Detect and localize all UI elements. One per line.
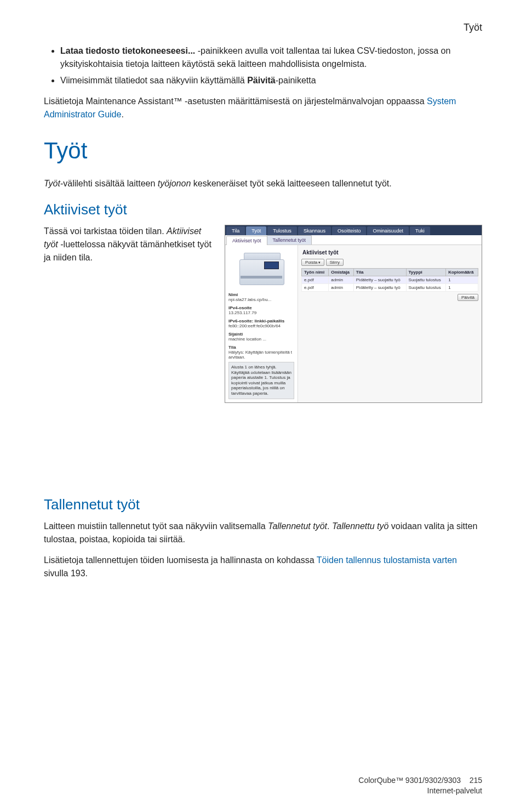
saved-jobs-link[interactable]: Töiden tallennus tulostamista varten <box>317 555 457 565</box>
subsection-active-jobs: Aktiiviset työt <box>44 201 482 218</box>
value-ipv4: 13.253.117.79 <box>228 310 294 315</box>
footer-product: ColorQube™ 9301/9302/9303 <box>358 776 461 785</box>
cell-type: Suojattu tulostus <box>406 276 446 284</box>
text: Lisätietoja Maintenance Assistant™ -aset… <box>44 96 427 106</box>
label-name: Nimi <box>228 292 294 297</box>
footer-page-number: 215 <box>470 776 482 785</box>
cell-state: Pidätetty – suojattu työ <box>353 276 406 284</box>
tab-status[interactable]: Tila <box>226 226 245 235</box>
col-job-name[interactable]: Työn nimi <box>302 269 329 276</box>
status-message-box: Alusta 1 on lähes tyhjä. Käyttäjää odote… <box>228 362 294 399</box>
text: -luettelossa näkyvät tämänhetkiset työt … <box>44 240 211 262</box>
toolbar: Poista▾ Siirry <box>301 259 478 266</box>
italic: Työt <box>44 179 60 188</box>
label-ipv6: IPv6-osoite: linkki-paikallis <box>228 319 294 323</box>
tab-scan[interactable]: Skannaus <box>298 226 331 235</box>
text: sivulla 193. <box>44 569 88 578</box>
tab-addressbook[interactable]: Osoitteisto <box>332 226 367 235</box>
label-state: Tila <box>228 345 294 350</box>
refresh-button[interactable]: Päivitä <box>458 294 478 301</box>
tab-support[interactable]: Tuki <box>410 226 430 235</box>
go-button[interactable]: Siirry <box>326 259 344 266</box>
subtab-saved-jobs[interactable]: Tallennetut työt <box>267 235 312 245</box>
chevron-down-icon: ▾ <box>318 260 321 264</box>
cell-state: Pidätetty – suojattu työ <box>353 284 406 292</box>
col-state[interactable]: Tila <box>353 269 406 276</box>
intro-bullet-list: Lataa tiedosto tietokoneeseesi... -paini… <box>44 44 482 87</box>
main-panel: Aktiiviset työt Poista▾ Siirry Työn nimi… <box>298 245 482 402</box>
text: Laitteen muistiin tallennetut työt saa n… <box>44 521 268 531</box>
saved-jobs-paragraph-1: Laitteen muistiin tallennetut työt saa n… <box>44 520 482 546</box>
cell-type: Suojattu tulostus <box>406 284 446 292</box>
text: -välilehti sisältää laitteen <box>60 179 158 188</box>
page-header-right: Työt <box>44 22 482 33</box>
panel-title: Aktiiviset työt <box>302 249 478 255</box>
footer-section: Internet-palvelut <box>44 786 482 797</box>
bullet-bold: Päivitä <box>247 76 276 85</box>
delete-label: Poista <box>305 260 317 265</box>
value-name: npi-sta27.labs.cp/bu... <box>228 297 294 302</box>
bullet-text-a: Viimeisimmät tilatiedot saa näkyviin käy… <box>60 76 247 85</box>
maintenance-paragraph: Lisätietoja Maintenance Assistant™ -aset… <box>44 95 482 121</box>
active-jobs-description: Tässä voi tarkistaa töiden tilan. Aktiiv… <box>44 225 214 264</box>
section-intro: Työt-välilehti sisältää laitteen työjono… <box>44 177 482 190</box>
text: keskeneräiset työt sekä laitteeseen tall… <box>191 179 391 188</box>
cell-copies: 1 <box>446 276 478 284</box>
side-panel: Nimi npi-sta27.labs.cp/bu... IPv4-osoite… <box>225 245 298 402</box>
tab-properties[interactable]: Ominaisuudet <box>367 226 409 235</box>
bullet-text-b: -painiketta <box>276 76 316 85</box>
page-footer: ColorQube™ 9301/9302/9303 215 Internet-p… <box>44 775 482 797</box>
cell-owner: admin <box>329 284 354 292</box>
table-row[interactable]: e.pdf admin Pidätetty – suojattu työ Suo… <box>302 276 478 284</box>
sub-tabs: Aktiiviset työt Tallennetut työt <box>225 235 482 245</box>
cell-copies: 1 <box>446 284 478 292</box>
col-type[interactable]: Tyyppi <box>406 269 446 276</box>
italic: Tallennetut työt <box>268 521 327 531</box>
bullet-bold: Lataa tiedosto tietokoneeseesi... <box>60 46 195 55</box>
cell-owner: admin <box>329 276 354 284</box>
italic: työjonon <box>158 179 191 188</box>
value-ipv6: fe80::200:eeff:fe0c900b/64 <box>228 323 294 328</box>
value-location: machine location ... <box>228 337 294 342</box>
label-location: Sijainti <box>228 332 294 337</box>
italic: Tallennettu työ <box>332 521 388 531</box>
subsection-saved-jobs: Tallennetut työt <box>44 496 482 513</box>
bullet-item: Lataa tiedosto tietokoneeseesi... -paini… <box>60 44 482 71</box>
col-copies[interactable]: Kopiomäärä <box>446 269 478 276</box>
cell-name: e.pdf <box>302 284 329 292</box>
tab-print[interactable]: Tulostus <box>267 226 297 235</box>
cell-name: e.pdf <box>302 276 329 284</box>
main-tabs: Tila Työt Tulostus Skannaus Osoitteisto … <box>225 225 482 235</box>
delete-dropdown-button[interactable]: Poista▾ <box>301 259 324 266</box>
table-row[interactable]: e.pdf admin Pidätetty – suojattu työ Suo… <box>302 284 478 292</box>
saved-jobs-paragraph-2: Lisätietoja tallennettujen töiden luomis… <box>44 554 482 580</box>
printer-icon <box>234 248 289 287</box>
bullet-item: Viimeisimmät tilatiedot saa näkyviin käy… <box>60 74 482 87</box>
text: Lisätietoja tallennettujen töiden luomis… <box>44 555 317 565</box>
subtab-active-jobs[interactable]: Aktiiviset työt <box>226 236 267 245</box>
section-title-jobs: Työt <box>44 138 482 164</box>
label-ipv4: IPv4-osoite <box>228 305 294 310</box>
value-state: Hälytys: Käyttäjän toimenpiteitä tarvita… <box>228 350 294 360</box>
jobs-table: Työn nimi Omistaja Tila Tyyppi Kopiomäär… <box>301 268 478 292</box>
text: . <box>327 521 332 531</box>
col-owner[interactable]: Omistaja <box>329 269 354 276</box>
text: . <box>121 110 123 119</box>
app-screenshot: Tila Työt Tulostus Skannaus Osoitteisto … <box>225 225 482 403</box>
text: Tässä voi tarkistaa töiden tilan. <box>44 226 167 236</box>
tab-jobs[interactable]: Työt <box>246 226 266 235</box>
